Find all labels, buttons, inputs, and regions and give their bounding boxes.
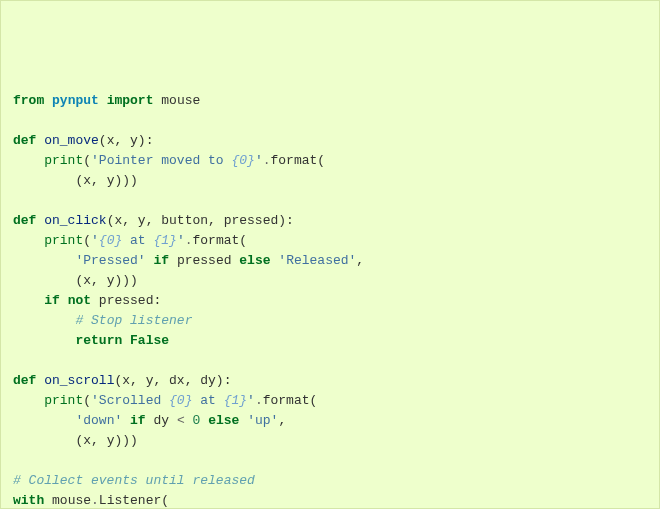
op-dot: . (263, 153, 271, 168)
string-pressed: 'Pressed' (75, 253, 145, 268)
params: (x, y, dx, dy): (114, 373, 231, 388)
keyword-def: def (13, 133, 36, 148)
string-down: 'down' (75, 413, 122, 428)
args: (x, y))) (75, 173, 137, 188)
class-listener: Listener( (99, 493, 169, 508)
string-up: 'up' (247, 413, 278, 428)
call-format: format( (193, 233, 248, 248)
string-interp: {1} (153, 233, 176, 248)
comma: , (356, 253, 364, 268)
op-dot: . (185, 233, 193, 248)
string: ' (255, 153, 263, 168)
keyword-not: not (68, 293, 91, 308)
string: 'Pointer moved to (91, 153, 231, 168)
string: at (192, 393, 223, 408)
module-pynput: pynput (52, 93, 99, 108)
string-interp: {1} (224, 393, 247, 408)
keyword-def: def (13, 373, 36, 388)
string: ' (247, 393, 255, 408)
name-pressed: pressed (177, 253, 232, 268)
code-block: from pynput import mouse def on_move(x, … (13, 91, 647, 509)
params: (x, y): (99, 133, 154, 148)
builtin-print: print (44, 153, 83, 168)
number-zero: 0 (193, 413, 201, 428)
builtin-print: print (44, 393, 83, 408)
string: ' (91, 233, 99, 248)
comment-collect: # Collect events until released (13, 473, 255, 488)
string-interp: {0} (231, 153, 254, 168)
comment-stop-listener: # Stop listener (75, 313, 192, 328)
name-dy: dy (153, 413, 169, 428)
keyword-def: def (13, 213, 36, 228)
paren: ( (83, 393, 91, 408)
op-lt: < (177, 413, 185, 428)
call-format: format( (263, 393, 318, 408)
keyword-if: if (153, 253, 169, 268)
keyword-import: import (107, 93, 154, 108)
args: (x, y))) (75, 273, 137, 288)
keyword-if: if (44, 293, 60, 308)
keyword-else: else (239, 253, 270, 268)
string-interp: {0} (169, 393, 192, 408)
paren: ( (83, 233, 91, 248)
params: (x, y, button, pressed): (107, 213, 294, 228)
call-format: format( (271, 153, 326, 168)
string: 'Scrolled (91, 393, 169, 408)
string-released: 'Released' (278, 253, 356, 268)
func-on-scroll: on_scroll (44, 373, 114, 388)
string: at (122, 233, 153, 248)
keyword-else: else (208, 413, 239, 428)
builtin-print: print (44, 233, 83, 248)
string: ' (177, 233, 185, 248)
keyword-with: with (13, 493, 44, 508)
keyword-false: False (130, 333, 169, 348)
name-mouse: mouse (161, 93, 200, 108)
op-dot: . (255, 393, 263, 408)
paren: ( (83, 153, 91, 168)
string-interp: {0} (99, 233, 122, 248)
name-pressed: pressed: (99, 293, 161, 308)
keyword-return: return (75, 333, 122, 348)
keyword-if: if (130, 413, 146, 428)
args: (x, y))) (75, 433, 137, 448)
func-on-click: on_click (44, 213, 106, 228)
comma: , (278, 413, 286, 428)
keyword-from: from (13, 93, 44, 108)
op-dot: . (91, 493, 99, 508)
name-mouse: mouse (52, 493, 91, 508)
func-on-move: on_move (44, 133, 99, 148)
